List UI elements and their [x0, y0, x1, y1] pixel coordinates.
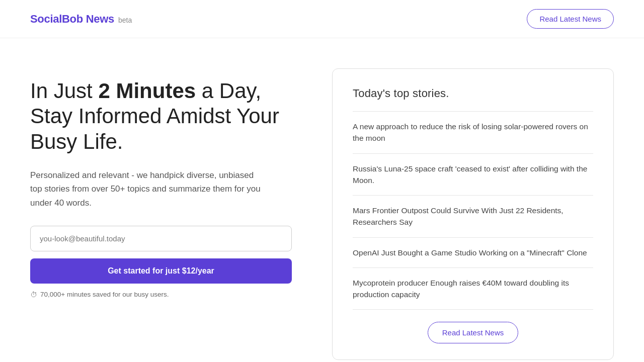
logo-beta-tag: beta: [118, 16, 132, 24]
story-divider-5: [353, 309, 593, 310]
email-input[interactable]: [30, 226, 292, 251]
hero-subtext: Personalized and relevant - we handpick …: [30, 168, 262, 210]
story-item-4[interactable]: OpenAI Just Bought a Game Studio Working…: [353, 238, 593, 267]
headline-part1: In Just: [30, 79, 98, 103]
story-item-1[interactable]: A new approach to reduce the risk of los…: [353, 112, 593, 153]
site-header: SocialBob News beta Read Latest News: [0, 0, 644, 38]
card-read-latest-button[interactable]: Read Latest News: [428, 322, 519, 343]
left-section: In Just 2 Minutes a Day, Stay Informed A…: [30, 68, 292, 299]
story-item-2[interactable]: Russia's Luna-25 space craft 'ceased to …: [353, 154, 593, 196]
social-proof-text: 70,000+ minutes saved for our busy users…: [40, 291, 169, 298]
news-card-title: Today's top stories.: [353, 87, 593, 100]
get-started-button[interactable]: Get started for just $12/year: [30, 258, 292, 284]
news-card: Today's top stories. A new approach to r…: [332, 68, 614, 360]
social-proof: ⏱ 70,000+ minutes saved for our busy use…: [30, 291, 292, 299]
headline-bold: 2 Minutes: [98, 79, 196, 103]
logo: SocialBob News beta: [30, 13, 132, 26]
main-content: In Just 2 Minutes a Day, Stay Informed A…: [0, 38, 644, 362]
story-item-3[interactable]: Mars Frontier Outpost Could Survive With…: [353, 196, 593, 237]
header-read-latest-button[interactable]: Read Latest News: [527, 9, 614, 29]
story-item-5[interactable]: Mycoprotein producer Enough raises €40M …: [353, 268, 593, 310]
clock-icon: ⏱: [30, 291, 37, 299]
logo-brand: SocialBob News: [30, 13, 114, 26]
hero-headline: In Just 2 Minutes a Day, Stay Informed A…: [30, 78, 292, 154]
